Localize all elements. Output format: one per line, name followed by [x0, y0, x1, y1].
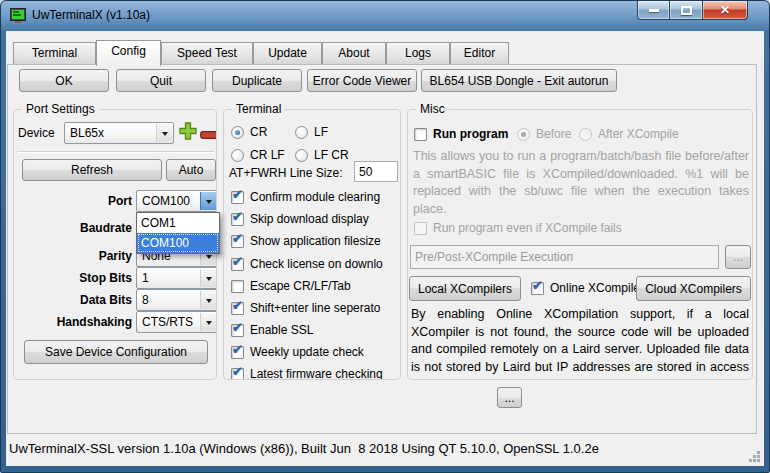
- stop-bits-combo-value: 1: [142, 271, 149, 285]
- maximize-button[interactable]: [670, 1, 703, 20]
- checkbox-check-license-on-download[interactable]: ✔ Check license on downlo: [231, 257, 399, 271]
- radio-lf[interactable]: LF: [295, 125, 328, 139]
- device-combo-value: BL65x: [70, 126, 104, 140]
- stop-bits-row: Stop Bits 1: [14, 267, 216, 289]
- chevron-down-icon: [200, 313, 216, 331]
- title-bar[interactable]: UwTerminalX (v1.10a) ✕: [1, 1, 769, 31]
- misc-body: Run program Before After XCompile This a…: [408, 110, 752, 379]
- local-xcompilers-button[interactable]: Local XCompilers: [409, 276, 521, 301]
- save-device-configuration-button[interactable]: Save Device Configuration: [24, 340, 208, 364]
- checkbox-label: Escape CR/LF/Tab: [250, 279, 351, 293]
- port-row: Port COM100: [14, 190, 216, 212]
- device-combo[interactable]: BL65x: [64, 122, 174, 144]
- duplicate-button[interactable]: Duplicate: [212, 69, 302, 92]
- client-area: Terminal Config Speed Test Update About …: [6, 31, 764, 466]
- checkbox-enable-ssl[interactable]: ✔ Enable SSL: [231, 323, 399, 337]
- terminal-body: CR LF CR LF LF CR AT+FWRH Line Size:: [224, 110, 400, 379]
- radio-label: After XCompile: [598, 127, 679, 141]
- minimize-button[interactable]: [637, 1, 670, 20]
- chevron-down-icon: [156, 124, 172, 142]
- window-controls: ✕: [637, 1, 748, 20]
- checkbox-icon: ✔: [231, 302, 244, 315]
- maximize-icon: [681, 6, 692, 15]
- radio-cr-lf[interactable]: CR LF: [231, 148, 285, 162]
- line-size-input[interactable]: [354, 161, 398, 182]
- checkbox-latest-firmware-checking[interactable]: ✔ Latest firmware checking: [231, 367, 399, 379]
- port-combo-value: COM100: [142, 194, 190, 208]
- checkbox-icon: ✔: [231, 324, 244, 337]
- tab-terminal[interactable]: Terminal: [13, 42, 96, 64]
- radio-before[interactable]: Before: [517, 127, 571, 141]
- checkbox-online-xcompile[interactable]: ✔ Online XCompile: [531, 281, 640, 295]
- checkbox-show-application-filesize[interactable]: ✔ Show application filesize: [231, 234, 399, 248]
- quit-button[interactable]: Quit: [116, 69, 206, 92]
- data-bits-combo[interactable]: 8: [136, 289, 216, 311]
- log-browse-button[interactable]: ...: [497, 387, 522, 408]
- checkbox-skip-download-display[interactable]: ✔ Skip download display: [231, 212, 399, 226]
- radio-cr[interactable]: CR: [231, 125, 267, 139]
- tab-update[interactable]: Update: [253, 42, 322, 64]
- data-bits-row: Data Bits 8: [14, 289, 216, 311]
- resize-grip-icon[interactable]: [748, 450, 760, 462]
- checkbox-run-program-even-if-xcompile-fails[interactable]: Run program even if XCompile fails: [414, 221, 622, 235]
- port-option-com100[interactable]: COM100: [137, 233, 219, 253]
- checkbox-icon: ✔: [231, 235, 244, 248]
- ok-button[interactable]: OK: [19, 69, 109, 92]
- handshaking-combo[interactable]: CTS/RTS: [136, 311, 216, 333]
- bl654-dongle-button[interactable]: BL654 USB Dongle - Exit autorun: [421, 69, 617, 92]
- chevron-down-icon: [200, 291, 216, 309]
- window-title: UwTerminalX (v1.10a): [32, 8, 150, 22]
- port-option-com1[interactable]: COM1: [137, 213, 219, 233]
- close-button[interactable]: ✕: [703, 1, 748, 20]
- radio-icon: [231, 126, 244, 139]
- checkbox-run-program[interactable]: Run program: [414, 127, 508, 141]
- tab-config[interactable]: Config: [96, 40, 161, 66]
- handshaking-label: Handshaking: [14, 311, 132, 333]
- xcompile-browse-button[interactable]: ...: [725, 245, 751, 269]
- cloud-xcompilers-button[interactable]: Cloud XCompilers: [636, 276, 751, 301]
- baudrate-label: Baudrate: [14, 217, 132, 239]
- radio-label: CR: [250, 125, 267, 139]
- port-combo[interactable]: COM100: [136, 190, 216, 212]
- tab-editor[interactable]: Editor: [450, 42, 509, 64]
- port-dropdown-list: COM1 COM100: [136, 212, 220, 254]
- checkbox-label: Check license on downlo: [250, 257, 383, 271]
- checkbox-label: Run program: [433, 127, 508, 141]
- terminal-title: Terminal: [232, 102, 285, 116]
- checkbox-icon: ✔: [231, 191, 244, 204]
- chevron-down-icon: [200, 269, 216, 287]
- radio-icon: [231, 149, 244, 162]
- app-window: UwTerminalX (v1.10a) ✕ Terminal Config S…: [0, 0, 770, 473]
- misc-group: Misc Run program Before After XCompile T…: [407, 109, 753, 380]
- tab-logs[interactable]: Logs: [386, 42, 450, 64]
- handshaking-row: Handshaking CTS/RTS: [14, 311, 216, 333]
- checkbox-weekly-update-check[interactable]: ✔ Weekly update check: [231, 345, 399, 359]
- close-icon: ✕: [720, 4, 730, 16]
- device-label: Device: [18, 126, 55, 140]
- add-device-button[interactable]: [178, 121, 198, 144]
- radio-after-xcompile[interactable]: After XCompile: [579, 127, 679, 141]
- chevron-down-icon: [200, 192, 216, 210]
- radio-label: Before: [536, 127, 571, 141]
- plus-icon: [178, 121, 198, 141]
- misc-title: Misc: [416, 102, 449, 116]
- checkbox-confirm-module-clearing[interactable]: ✔ Confirm module clearing: [231, 190, 399, 204]
- minimize-icon: [649, 9, 659, 12]
- stop-bits-label: Stop Bits: [14, 267, 132, 289]
- auto-button[interactable]: Auto: [166, 159, 216, 181]
- radio-label: LF: [314, 125, 328, 139]
- remove-device-button[interactable]: [200, 128, 216, 142]
- checkbox-icon: ✔: [531, 282, 544, 295]
- checkbox-shift-enter-line-separator[interactable]: ✔ Shift+enter line seperato: [231, 301, 399, 315]
- checkbox-label: Enable SSL: [250, 323, 313, 337]
- checkbox-escape-cr-lf-tab[interactable]: Escape CR/LF/Tab: [231, 279, 399, 293]
- checkbox-label: Latest firmware checking: [250, 367, 383, 379]
- stop-bits-combo[interactable]: 1: [136, 267, 216, 289]
- xcompile-execution-input[interactable]: [410, 245, 719, 269]
- tab-speed-test[interactable]: Speed Test: [161, 42, 253, 64]
- port-settings-title: Port Settings: [22, 102, 99, 116]
- error-code-viewer-button[interactable]: Error Code Viewer: [307, 69, 417, 92]
- refresh-button[interactable]: Refresh: [22, 159, 162, 181]
- radio-lf-cr[interactable]: LF CR: [295, 148, 349, 162]
- tab-about[interactable]: About: [322, 42, 386, 64]
